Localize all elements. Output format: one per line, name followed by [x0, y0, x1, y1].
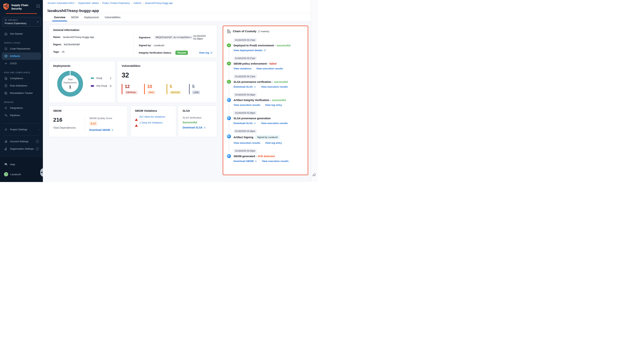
- view-log-entry-link[interactable]: View log entry: [265, 142, 282, 144]
- view-execution-results-link[interactable]: View execution results: [261, 86, 288, 88]
- user-menu[interactable]: L Lavakush: [2, 170, 41, 178]
- sidebar-item-organization-settings[interactable]: Organization Settings i: [2, 145, 41, 152]
- sbom-quality-score-label: SBOM Quality Score: [89, 117, 114, 120]
- chain-events-timeline: 01/16/2025 03:27pm ∞ Deployed to Prod2 e…: [227, 38, 304, 162]
- event-status: successful: [276, 44, 290, 47]
- event-timestamp: 01/16/2025 03:27pm: [234, 38, 257, 42]
- sidebar-item-remediation-tracker[interactable]: Remediation Tracker: [2, 90, 41, 97]
- module-grid-icon[interactable]: [36, 3, 40, 8]
- scan-circle-icon: [227, 134, 231, 138]
- event-slsa-provenance-generation: 01/16/2025 03:26pm SLSA provenance gener…: [234, 111, 304, 124]
- sidebar-footer: ? Help L Lavakush: [0, 158, 43, 182]
- layers-gear-icon: [4, 140, 8, 143]
- sidebar-item-artifacts[interactable]: Artifacts: [2, 52, 41, 60]
- support-chat-icon[interactable]: [312, 172, 316, 177]
- home-icon: [4, 32, 8, 36]
- event-status: drift detected: [258, 155, 275, 158]
- status-badge: Passed: [176, 50, 188, 55]
- chevron-right-icon: ›: [38, 128, 39, 131]
- download-slsa-link[interactable]: Download SLSA: [234, 86, 256, 88]
- view-deployment-details-link[interactable]: View deployment details: [234, 49, 266, 52]
- sidebar-item-rule-definitions[interactable]: Rule Definitions: [2, 82, 41, 90]
- pipeline-hexagon-icon: ∞: [227, 43, 231, 47]
- tab-vulnerabilities[interactable]: Vulnerabilities: [104, 13, 121, 21]
- download-slsa-link[interactable]: Download SLSA: [234, 122, 256, 124]
- allow-list-violations-row: ! 637 Allow list Violations: [135, 116, 172, 118]
- chevron-right-icon: ›: [37, 20, 38, 24]
- deployments-donut-chart: Total Deployments 1: [57, 71, 83, 96]
- sidebar-item-cicd[interactable]: ∞ CI/CD: [2, 60, 41, 67]
- app-title: Supply Chain Security: [11, 3, 28, 10]
- breadcrumb-current[interactable]: lavakush07/easy-buggy-app: [145, 2, 172, 4]
- signature-value[interactable]: MEQCICde2VjIT...bL+2+mqnOXw==: [154, 35, 193, 40]
- sidebar-item-compliance[interactable]: Compliance: [2, 75, 41, 82]
- pipeline-hexagon-icon: ∞: [227, 80, 231, 84]
- organization-gear-icon: [4, 147, 8, 151]
- gear-icon: [4, 128, 8, 132]
- severity-critical: 12 CRITICAL: [122, 84, 144, 94]
- external-link-icon: [210, 52, 212, 54]
- project-selector[interactable]: PROJECT Product Exploratory ›: [2, 17, 41, 26]
- sidebar-item-get-started[interactable]: Get Started: [2, 30, 41, 38]
- main-content: General Information Name: lavakush07/eas…: [43, 21, 311, 182]
- card-title: Vulnerabilities: [122, 64, 212, 67]
- integrity-status-label: Integrity Verification Status:: [139, 51, 172, 54]
- warning-triangle-icon: !: [135, 122, 138, 124]
- tab-sbom[interactable]: SBOM: [70, 13, 79, 21]
- sidebar: Supply Chain Security: [0, 0, 43, 182]
- breadcrumb-project[interactable]: Project: Product Exploratory: [102, 2, 130, 4]
- breadcrumb-organization[interactable]: Organization: default: [78, 2, 99, 4]
- sidebar-divider: [3, 136, 40, 136]
- scroll-gutter: [311, 0, 318, 182]
- download-sbom-link[interactable]: Download SBOM: [234, 160, 257, 162]
- pipelines-icon: [4, 114, 8, 117]
- slsa-verification-label: SLSA Verification: [182, 116, 212, 119]
- project-label: PROJECT: [8, 19, 18, 21]
- infinity-icon: ∞: [4, 62, 8, 65]
- event-artifact-integrity-verification: 01/16/2025 03:26pm Artifact Integrity Ve…: [234, 93, 304, 106]
- view-execution-results-link[interactable]: View execution results: [234, 104, 260, 106]
- card-title: SLSA: [182, 109, 212, 112]
- breadcrumb-account[interactable]: Account: Automation-SSCA: [48, 2, 74, 4]
- download-slsa-link[interactable]: Download SLSA: [182, 126, 206, 129]
- sidebar-item-help[interactable]: ? Help: [2, 161, 41, 168]
- sidebar-item-integrations[interactable]: Integrations: [2, 104, 41, 112]
- section-manage: MANAGE: [0, 101, 43, 103]
- allow-list-violations-link[interactable]: 637 Allow list Violations: [140, 116, 165, 118]
- page-title: lavakush07/easy-buggy-app: [43, 7, 311, 13]
- view-execution-results-link[interactable]: View execution results: [261, 122, 288, 124]
- sidebar-item-code-repositories[interactable]: Code Repositories: [2, 45, 41, 52]
- card-title: SBOM Violations: [135, 109, 172, 112]
- deny-list-violations-link[interactable]: 2 Deny list Violations: [140, 121, 162, 124]
- scan-circle-icon: [227, 98, 231, 102]
- info-icon[interactable]: i: [36, 140, 39, 143]
- tab-deployments[interactable]: Deployments: [84, 13, 100, 21]
- view-violations-link[interactable]: View violations: [234, 67, 252, 70]
- view-execution-results-link[interactable]: View execution results: [256, 67, 283, 70]
- breadcrumb-artifacts[interactable]: Artifacts: [134, 2, 141, 4]
- sidebar-item-project-settings[interactable]: Project Settings ›: [2, 126, 41, 133]
- event-sbom-policy-enforcement: 01/16/2025 03:27pm ∞ SBOM policy enforce…: [234, 56, 304, 70]
- view-execution-results-link[interactable]: View execution results: [262, 160, 288, 162]
- signed-by-value: Lavakush: [154, 44, 164, 47]
- external-link-icon: [264, 49, 266, 52]
- sidebar-item-account-settings[interactable]: Account Settings i: [2, 138, 41, 145]
- download-sbom-link[interactable]: Download SBOM: [89, 128, 114, 132]
- project-cube-icon: [4, 19, 7, 21]
- topbar: Account: Automation-SSCA › Organization:…: [43, 0, 311, 21]
- user-name: Lavakush: [10, 173, 21, 176]
- info-icon[interactable]: i: [36, 148, 39, 150]
- view-log-link[interactable]: View log: [199, 51, 212, 54]
- breadcrumb: Account: Automation-SSCA › Organization:…: [43, 0, 311, 4]
- signed-by-badge: Signed by Lavakush: [255, 135, 280, 140]
- tab-overview[interactable]: Overview: [54, 13, 66, 21]
- severity-breakdown: 12 CRITICAL 10 HIGH 5 MEDIUM 5 LOW: [122, 84, 212, 94]
- avatar: L: [4, 172, 8, 176]
- page: Supply Chain Security: [0, 0, 318, 182]
- download-icon: [111, 129, 114, 131]
- view-execution-results-link[interactable]: View execution results: [234, 142, 260, 144]
- divider: [85, 115, 85, 132]
- view-log-entry-link[interactable]: View log entry: [265, 104, 282, 106]
- sidebar-item-pipelines[interactable]: Pipelines: [2, 112, 41, 119]
- pre-prod-swatch: [91, 85, 94, 87]
